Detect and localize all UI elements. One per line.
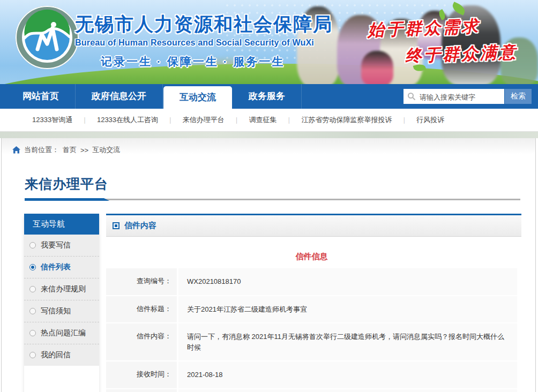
- radio-icon: [29, 352, 36, 358]
- sidebar-item[interactable]: 信件列表: [24, 257, 99, 278]
- sidebar-item-label: 热点问题汇编: [41, 328, 86, 338]
- motto-line-1: 始于群众需求: [367, 15, 480, 41]
- sidebar-item-label: 来信办理规则: [41, 284, 86, 294]
- sidebar-item-label: 写信须知: [41, 306, 71, 316]
- letter-detail-table: 信件信息 查询编号：WX20210818170信件标题：关于2021年江苏省二级…: [106, 247, 517, 392]
- sidebar-item-label: 信件列表: [41, 262, 71, 272]
- nav-item[interactable]: 政府信息公开: [76, 84, 163, 109]
- site-title-english: Bureau of Human Resources and Social Sec…: [75, 38, 333, 48]
- main-navigation: 网站首页政府信息公开互动交流政务服务 检索: [0, 84, 538, 109]
- sidebar-item-label: 我的回信: [41, 350, 71, 360]
- table-row: 答复时间：2021-08-19: [106, 389, 517, 392]
- table-title: 信件信息: [106, 247, 517, 268]
- breadcrumb-separator: >>: [80, 146, 88, 154]
- content-layout: 互动导航 我要写信信件列表来信办理规则写信须知热点问题汇编我的回信 信件内容 信…: [2, 214, 535, 392]
- sidebar-item[interactable]: 我要写信: [24, 235, 99, 257]
- row-value: WX20210818170: [178, 268, 517, 295]
- page-container: 当前位置：首页 >> 互动交流 来信办理平台 互动导航 我要写信信件列表来信办理…: [1, 138, 536, 392]
- title-underline: [25, 198, 520, 201]
- sidebar-item[interactable]: 我的回信: [24, 344, 99, 366]
- sidebar-items: 我要写信信件列表来信办理规则写信须知热点问题汇编我的回信: [24, 235, 99, 366]
- nav-item[interactable]: 网站首页: [6, 84, 76, 109]
- subnav-item[interactable]: 行风投诉: [416, 115, 444, 125]
- main-nav-items: 网站首页政府信息公开互动交流政务服务: [0, 84, 302, 109]
- subnav-item[interactable]: 调查征集: [249, 115, 277, 125]
- sidebar-item[interactable]: 来信办理规则: [24, 278, 99, 300]
- row-label: 答复时间：: [106, 389, 177, 392]
- page-title: 来信办理平台: [25, 175, 535, 193]
- motto-line-2: 终于群众满意: [405, 41, 518, 67]
- search-icon: [407, 92, 416, 101]
- table-row: 信件标题：关于2021年江苏省二级建造师机考事宜: [106, 296, 517, 323]
- subnav-separator: ｜: [234, 116, 240, 125]
- sidebar: 互动导航 我要写信信件列表来信办理规则写信须知热点问题汇编我的回信: [24, 214, 99, 392]
- search-box: 检索: [404, 89, 532, 104]
- bureau-logo-icon: [14, 4, 80, 71]
- site-banner: 无锡市人力资源和社会保障局 Bureau of Human Resources …: [0, 0, 538, 84]
- radio-icon: [29, 308, 36, 314]
- table-row: 查询编号：WX20210818170: [106, 268, 517, 295]
- blue-square-icon: [113, 222, 119, 229]
- row-label: 信件标题：: [106, 296, 177, 323]
- row-label: 接收时间：: [106, 361, 177, 388]
- decorative-strip: [0, 132, 538, 138]
- nav-item[interactable]: 政务服务: [233, 84, 302, 109]
- site-title: 无锡市人力资源和社会保障局: [75, 12, 333, 37]
- row-value: 关于2021年江苏省二级建造师机考事宜: [178, 296, 517, 323]
- site-slogan: 记录一生 · 保障一生 · 服务一生: [101, 54, 333, 69]
- radio-icon: [29, 330, 36, 336]
- subnav-separator: ｜: [167, 116, 174, 125]
- main-panel: 信件内容 信件信息 查询编号：WX20210818170信件标题：关于2021年…: [106, 214, 521, 392]
- row-value: 请问一下，有消息称 2021年11月无锡将首次举行二级建造师机考，请问消息属实吗…: [178, 323, 517, 360]
- subnav-item[interactable]: 12333在线人工咨询: [97, 115, 158, 125]
- radio-icon: [29, 264, 36, 270]
- row-label: 信件内容：: [106, 323, 177, 360]
- table-row: 接收时间：2021-08-18: [106, 361, 517, 388]
- radio-icon: [29, 242, 36, 248]
- home-icon: [12, 146, 20, 154]
- section-header: 信件内容: [106, 214, 521, 237]
- search-input[interactable]: [419, 89, 504, 105]
- row-value: 2021-08-18: [178, 361, 517, 388]
- table-row: 信件内容：请问一下，有消息称 2021年11月无锡将首次举行二级建造师机考，请问…: [106, 323, 517, 360]
- breadcrumb-current: 互动交流: [92, 145, 120, 155]
- brand-block: 无锡市人力资源和社会保障局 Bureau of Human Resources …: [75, 12, 333, 69]
- section-title: 信件内容: [124, 221, 156, 231]
- sidebar-header: 互动导航: [24, 214, 99, 235]
- secondary-navigation: 12333智询通｜12333在线人工咨询｜来信办理平台｜调查征集｜江苏省劳动保障…: [0, 109, 538, 132]
- nav-item[interactable]: 互动交流: [163, 86, 232, 109]
- search-button[interactable]: 检索: [505, 89, 532, 104]
- subnav-separator: ｜: [286, 116, 293, 125]
- sidebar-item-label: 我要写信: [41, 240, 71, 250]
- subnav-item[interactable]: 来信办理平台: [183, 115, 225, 125]
- row-label: 查询编号：: [106, 268, 177, 295]
- breadcrumb-prefix: 当前位置：: [24, 145, 59, 155]
- row-value: 2021-08-19: [178, 389, 517, 392]
- subnav-item[interactable]: 江苏省劳动保障监察举报投诉: [301, 115, 392, 125]
- table-rows: 查询编号：WX20210818170信件标题：关于2021年江苏省二级建造师机考…: [106, 268, 517, 392]
- sidebar-item[interactable]: 写信须知: [24, 300, 99, 322]
- breadcrumb-home-link[interactable]: 首页: [63, 145, 77, 155]
- subnav-item[interactable]: 12333智询通: [32, 115, 72, 125]
- sidebar-item[interactable]: 热点问题汇编: [24, 322, 99, 344]
- radio-icon: [29, 286, 36, 292]
- subnav-separator: ｜: [401, 116, 407, 125]
- breadcrumb: 当前位置：首页 >> 互动交流: [2, 138, 535, 161]
- subnav-separator: ｜: [81, 116, 88, 125]
